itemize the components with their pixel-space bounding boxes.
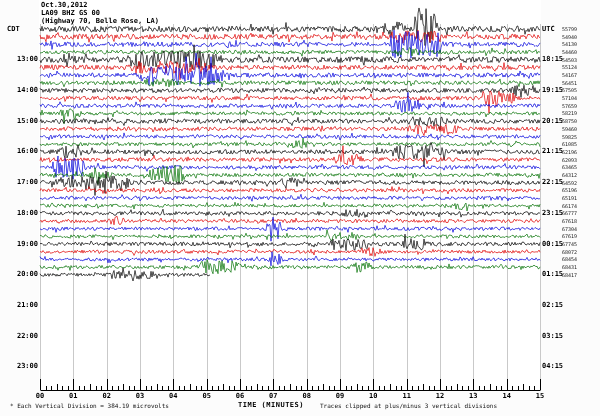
- left-hour-label: 23:00: [10, 363, 38, 370]
- axis-tick-label: 13: [465, 393, 481, 400]
- header-location: (Highway 70, Belle Rose, LA): [41, 18, 159, 25]
- right-hour-label: 21:15: [542, 148, 563, 155]
- axis-tick-label: 09: [332, 393, 348, 400]
- footer-scale-note: * Each Vertical Division = 384.19 microv…: [10, 403, 169, 409]
- axis-tick-label: 07: [265, 393, 281, 400]
- right-hour-label: 04:15: [542, 363, 563, 370]
- right-hour-label: 01:15: [542, 271, 563, 278]
- axis-tick-label: 05: [199, 393, 215, 400]
- axis-tick-label: 15: [532, 393, 548, 400]
- right-hour-label: 22:15: [542, 179, 563, 186]
- axis-tick-label: 10: [365, 393, 381, 400]
- right-hour-label: 03:15: [542, 333, 563, 340]
- left-hour-label: 17:00: [10, 179, 38, 186]
- axis-tick-label: 11: [399, 393, 415, 400]
- left-hour-label: 14:00: [10, 87, 38, 94]
- axis-tick-label: 06: [232, 393, 248, 400]
- header-station: LA09 BHZ GS 00: [41, 10, 100, 17]
- axis-tick-label: 02: [99, 393, 115, 400]
- axis-tick-label: 12: [432, 393, 448, 400]
- axis-tick-label: 00: [32, 393, 48, 400]
- right-hour-label: 02:15: [542, 302, 563, 309]
- left-hour-label: 18:00: [10, 210, 38, 217]
- axis-tick-label: 01: [65, 393, 81, 400]
- header-date: Oct.30,2012: [41, 2, 87, 9]
- timezone-left-label: CDT: [7, 26, 20, 33]
- helicorder-screen: Oct.30,2012 LA09 BHZ GS 00 (Highway 70, …: [0, 0, 600, 416]
- footer-clip-note: Traces clipped at plus/minus 3 vertical …: [320, 403, 497, 409]
- right-hour-label: 20:15: [542, 118, 563, 125]
- axis-tick-label: 14: [499, 393, 515, 400]
- axis-tick-label: 08: [299, 393, 315, 400]
- left-hour-label: 13:00: [10, 56, 38, 63]
- seismogram-canvas: [0, 0, 600, 416]
- axis-tick-label: 03: [132, 393, 148, 400]
- right-hour-label: 19:15: [542, 87, 563, 94]
- left-hour-label: 20:00: [10, 271, 38, 278]
- left-hour-label: 19:00: [10, 241, 38, 248]
- left-hour-label: 15:00: [10, 118, 38, 125]
- left-hour-label: 16:00: [10, 148, 38, 155]
- timezone-right-label: UTC: [542, 26, 555, 33]
- right-hour-label: 23:15: [542, 210, 563, 217]
- left-hour-label: 21:00: [10, 302, 38, 309]
- axis-title: TIME (MINUTES): [238, 402, 304, 409]
- right-hour-label: 18:15: [542, 56, 563, 63]
- right-hour-label: 00:15: [542, 241, 563, 248]
- left-hour-label: 22:00: [10, 333, 38, 340]
- axis-tick-label: 04: [165, 393, 181, 400]
